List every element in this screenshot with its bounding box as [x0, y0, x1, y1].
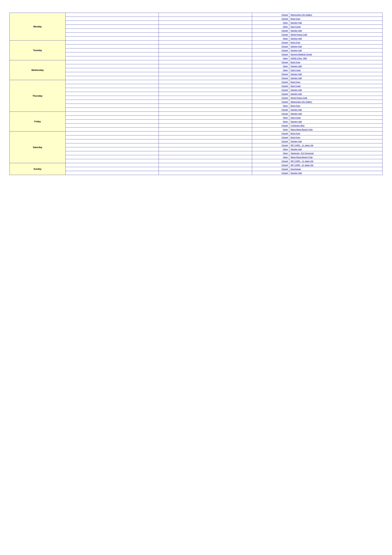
location-cell[interactable]: World Peace Cafe — [289, 96, 383, 100]
location-cell[interactable]: East Coast — [289, 25, 383, 29]
status-cell[interactable]: Open — [252, 21, 289, 25]
status-link[interactable]: Open — [283, 69, 288, 71]
status-cell[interactable]: Closed — [252, 44, 289, 48]
location-link[interactable]: Boat Quay — [291, 61, 300, 63]
status-cell[interactable]: Closed — [252, 135, 289, 139]
status-cell[interactable]: Closed — [252, 100, 289, 104]
status-cell[interactable]: Open — [252, 56, 289, 60]
status-link[interactable]: Closed — [281, 14, 288, 16]
status-link[interactable]: Closed — [281, 101, 288, 103]
location-link[interactable]: Damien Hall — [291, 89, 302, 91]
location-cell[interactable]: Damien Hall — [289, 48, 383, 52]
location-link[interactable]: Damien Hall — [291, 93, 302, 95]
location-link[interactable]: East Coast — [291, 25, 301, 28]
status-cell[interactable]: Closed — [252, 84, 289, 88]
status-link[interactable]: Closed — [281, 77, 288, 79]
location-cell[interactable]: WF CARE - 11 Jalan Ubi — [289, 143, 383, 147]
status-link[interactable]: Closed — [281, 124, 288, 127]
status-cell[interactable]: Closed — [252, 33, 289, 37]
status-link[interactable]: Closed — [281, 93, 288, 95]
location-cell[interactable]: Boat Quay — [289, 135, 383, 139]
status-link[interactable]: Closed — [281, 168, 288, 170]
location-link[interactable]: WF CARE - 11 Jalan Ubi — [291, 160, 313, 162]
location-link[interactable]: Starbucks, 313 Somerset — [291, 152, 314, 154]
status-cell[interactable]: Open — [252, 147, 289, 151]
status-link[interactable]: Closed — [281, 89, 288, 91]
location-link[interactable]: Boat Quay — [291, 105, 300, 107]
status-cell[interactable]: Closed — [252, 139, 289, 143]
location-cell[interactable]: Damien Hall — [289, 64, 383, 68]
status-link[interactable]: Closed — [281, 172, 288, 174]
location-cell[interactable]: Mana Mana Beach Club — [289, 128, 383, 131]
location-cell[interactable]: WF CARE - 11 Jalan Ubi — [289, 163, 383, 167]
status-link[interactable]: Closed — [281, 53, 288, 56]
status-cell[interactable]: Open — [252, 104, 289, 108]
location-cell[interactable]: Damien Hall — [289, 108, 383, 112]
status-link[interactable]: Closed — [281, 29, 288, 32]
status-link[interactable]: Closed — [281, 164, 288, 166]
location-cell[interactable]: Boat Quay — [289, 80, 383, 84]
location-cell[interactable]: Novena Medical Centre — [289, 52, 383, 56]
status-link[interactable]: Closed — [281, 85, 288, 87]
location-cell[interactable]: Damien Hall — [289, 72, 383, 76]
status-cell[interactable]: Closed — [252, 17, 289, 21]
location-link[interactable]: Douchegas — [291, 168, 301, 170]
location-cell[interactable]: 8 Shenton Way — [289, 124, 383, 128]
location-cell[interactable]: Starbucks, 313 Somerset — [289, 151, 383, 155]
status-link[interactable]: Open — [283, 65, 288, 67]
location-link[interactable]: Damien Hall — [291, 73, 302, 75]
location-cell[interactable]: WF CARE - 11 Jalan Ubi — [289, 159, 383, 163]
status-cell[interactable]: Closed — [252, 29, 289, 33]
location-link[interactable]: Damien Hall — [291, 77, 302, 79]
location-link[interactable]: Damien Hall — [291, 37, 302, 40]
status-cell[interactable]: Open — [252, 68, 289, 72]
location-cell[interactable]: Damien Hall — [289, 21, 383, 25]
status-cell[interactable]: Closed — [252, 143, 289, 147]
status-link[interactable]: Closed — [281, 45, 288, 48]
location-cell[interactable]: East Coast — [289, 84, 383, 88]
location-link[interactable]: Boat Quay — [291, 81, 300, 83]
location-link[interactable]: Damien Hall — [291, 120, 302, 123]
location-cell[interactable]: Damien Hall — [289, 139, 383, 143]
location-link[interactable]: WF CARE - 11 Jalan Ubi — [291, 144, 313, 146]
location-cell[interactable]: East Coast — [289, 68, 383, 72]
location-link[interactable]: NAMS Clinic, IMH — [291, 57, 307, 59]
location-link[interactable]: Boat Quay — [291, 18, 300, 20]
status-link[interactable]: Closed — [281, 61, 288, 63]
location-link[interactable]: Mana Mana Beach Club — [291, 156, 313, 158]
location-link[interactable]: World Peace Cafe — [291, 97, 307, 99]
status-link[interactable]: Closed — [281, 109, 288, 111]
status-link[interactable]: Open — [283, 22, 288, 24]
location-link[interactable]: Damien Hall — [291, 109, 302, 111]
location-cell[interactable]: Damien Hall — [289, 92, 383, 96]
status-cell[interactable]: Closed — [252, 167, 289, 171]
location-link[interactable]: Novena Medical Centre — [291, 53, 312, 56]
location-cell[interactable]: Mana Mana Beach Club — [289, 155, 383, 159]
location-link[interactable]: WF CARE - 11 Jalan Ubi — [291, 164, 313, 166]
status-link[interactable]: Open — [283, 120, 288, 123]
location-cell[interactable]: Damien Hall — [289, 76, 383, 80]
status-link[interactable]: Closed — [281, 97, 288, 99]
location-cell[interactable]: Damien Hall — [289, 112, 383, 116]
status-cell[interactable]: Closed — [252, 108, 289, 112]
status-link[interactable]: Closed — [281, 140, 288, 143]
location-cell[interactable]: Damien Hall — [289, 37, 383, 41]
location-link[interactable]: 8 Shenton Way — [291, 124, 304, 127]
status-link[interactable]: Closed — [281, 160, 288, 162]
location-cell[interactable]: World Peace Cafe — [289, 33, 383, 37]
status-cell[interactable]: Closed — [252, 171, 289, 175]
location-cell[interactable]: East Coast — [289, 116, 383, 120]
status-link[interactable]: Open — [283, 105, 288, 107]
status-cell[interactable]: Closed — [252, 112, 289, 116]
status-cell[interactable]: Closed — [252, 52, 289, 56]
status-link[interactable]: Open — [283, 128, 288, 131]
status-link[interactable]: Closed — [281, 49, 288, 51]
status-cell[interactable]: Closed — [252, 13, 289, 17]
location-link[interactable]: World Peace Cafe — [291, 33, 307, 36]
status-link[interactable]: Closed — [281, 136, 288, 139]
status-cell[interactable]: Closed — [252, 92, 289, 96]
status-link[interactable]: Closed — [281, 41, 288, 44]
location-cell[interactable]: Boat Quay — [289, 60, 383, 64]
status-link[interactable]: Open — [283, 156, 288, 158]
status-cell[interactable]: Closed — [252, 96, 289, 100]
